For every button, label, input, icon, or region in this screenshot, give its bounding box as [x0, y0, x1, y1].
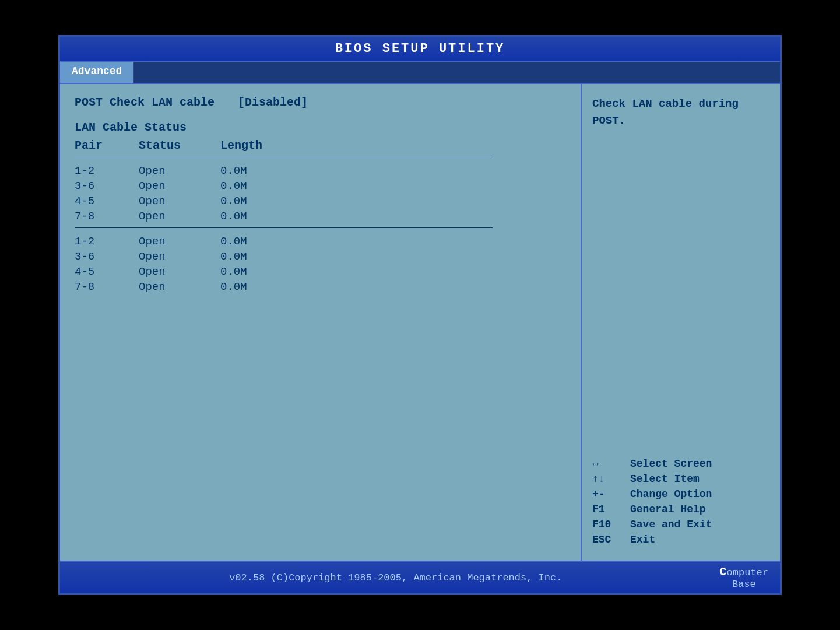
right-panel: Check LAN cable during POST. ↔ Select Sc…: [582, 84, 780, 561]
key-action: Select Item: [630, 473, 700, 485]
table-row: 1-2 Open 0.0M: [75, 235, 566, 248]
key-binding-row: F10 Save and Exit: [592, 519, 769, 530]
section-title: LAN Cable Status: [75, 121, 566, 134]
header-pair: Pair: [75, 139, 110, 152]
table-headers: Pair Status Length: [75, 139, 566, 152]
pair-cell: 7-8: [75, 210, 110, 223]
key-binding-row: ↔ Select Screen: [592, 458, 769, 470]
status-cell: Open: [139, 164, 191, 177]
help-text: Check LAN cable during POST.: [592, 96, 769, 129]
post-check-lan-label: POST Check LAN cable: [75, 96, 215, 109]
length-cell: 0.0M: [220, 195, 267, 208]
length-cell: 0.0M: [220, 265, 267, 278]
header-status: Status: [139, 139, 191, 152]
divider-1: [75, 157, 493, 158]
key-name: F1: [592, 503, 621, 515]
length-cell: 0.0M: [220, 210, 267, 223]
table-row: 1-2 Open 0.0M: [75, 164, 566, 177]
bios-screen: BIOS SETUP UTILITY Advanced POST Check L…: [58, 35, 782, 595]
table-row: 7-8 Open 0.0M: [75, 210, 566, 223]
post-check-lan-row[interactable]: POST Check LAN cable [Disabled]: [75, 96, 566, 109]
status-cell: Open: [139, 250, 191, 263]
key-name: ↑↓: [592, 473, 621, 485]
help-spacer: [592, 141, 769, 458]
tab-advanced[interactable]: Advanced: [60, 62, 134, 83]
pair-cell: 1-2: [75, 164, 110, 177]
status-cell: Open: [139, 210, 191, 223]
key-action: General Help: [630, 503, 706, 515]
nav-bar[interactable]: Advanced: [60, 62, 780, 84]
status-cell: Open: [139, 265, 191, 278]
title-bar: BIOS SETUP UTILITY: [60, 37, 780, 62]
key-action: Change Option: [630, 488, 712, 500]
pair-cell: 4-5: [75, 265, 110, 278]
lan-cable-status-section: LAN Cable Status Pair Status Length 1-2 …: [75, 121, 566, 293]
divider-2: [75, 228, 493, 228]
table-row: 4-5 Open 0.0M: [75, 265, 566, 278]
status-cell: Open: [139, 180, 191, 192]
table-row: 7-8 Open 0.0M: [75, 281, 566, 293]
group2: 1-2 Open 0.0M 3-6 Open 0.0M 4-5 Open 0.0…: [75, 235, 566, 293]
pair-cell: 3-6: [75, 180, 110, 192]
key-action: Save and Exit: [630, 519, 712, 530]
length-cell: 0.0M: [220, 164, 267, 177]
key-name: ESC: [592, 534, 621, 545]
status-cell: Open: [139, 195, 191, 208]
post-check-lan-value: [Disabled]: [238, 96, 308, 109]
key-binding-row: ESC Exit: [592, 534, 769, 545]
length-cell: 0.0M: [220, 235, 267, 248]
length-cell: 0.0M: [220, 180, 267, 192]
length-cell: 0.0M: [220, 250, 267, 263]
key-binding-row: +- Change Option: [592, 488, 769, 500]
pair-cell: 3-6: [75, 250, 110, 263]
key-binding-row: F1 General Help: [592, 503, 769, 515]
pair-cell: 7-8: [75, 281, 110, 293]
length-cell: 0.0M: [220, 281, 267, 293]
content-area: POST Check LAN cable [Disabled] LAN Cabl…: [60, 84, 780, 561]
key-action: Select Screen: [630, 458, 712, 470]
key-action: Exit: [630, 534, 655, 545]
footer-brand: ComputerBase: [720, 565, 768, 590]
key-name: +-: [592, 488, 621, 500]
footer-copyright: v02.58 (C)Copyright 1985-2005, American …: [72, 572, 720, 583]
key-name: F10: [592, 519, 621, 530]
pair-cell: 4-5: [75, 195, 110, 208]
key-bindings: ↔ Select Screen ↑↓ Select Item +- Change…: [592, 458, 769, 549]
table-row: 4-5 Open 0.0M: [75, 195, 566, 208]
pair-cell: 1-2: [75, 235, 110, 248]
status-cell: Open: [139, 281, 191, 293]
left-panel: POST Check LAN cable [Disabled] LAN Cabl…: [60, 84, 582, 561]
key-name: ↔: [592, 458, 621, 470]
group1: 1-2 Open 0.0M 3-6 Open 0.0M 4-5 Open 0.0…: [75, 164, 566, 223]
status-cell: Open: [139, 235, 191, 248]
bios-title: BIOS SETUP UTILITY: [335, 41, 505, 56]
table-row: 3-6 Open 0.0M: [75, 180, 566, 192]
header-length: Length: [220, 139, 267, 152]
key-binding-row: ↑↓ Select Item: [592, 473, 769, 485]
footer: v02.58 (C)Copyright 1985-2005, American …: [60, 561, 780, 593]
table-row: 3-6 Open 0.0M: [75, 250, 566, 263]
